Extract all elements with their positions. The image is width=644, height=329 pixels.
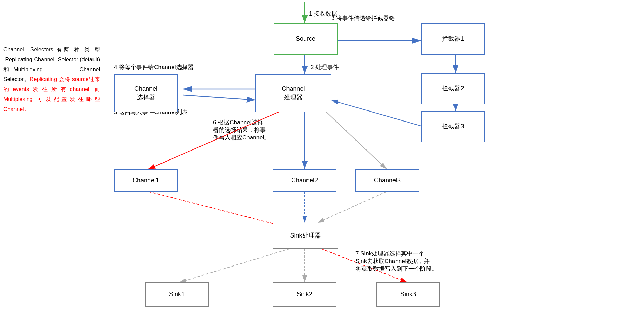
svg-text:件写入相应Channel。: 件写入相应Channel。 (213, 134, 270, 141)
sink3-box: Sink3 (376, 282, 440, 307)
sink-processor-box: Sink处理器 (273, 223, 338, 249)
channel-processor-box: Channel处理器 (255, 74, 331, 112)
label-2: 2 处理事件 (311, 64, 339, 70)
label-1: 1 接收数据 (309, 10, 337, 17)
interceptor1-box: 拦截器1 (421, 23, 485, 55)
sidebar-text: Channel Selectors 有两 种 类 型 :Replicating … (3, 45, 100, 115)
svg-line-20 (148, 192, 290, 228)
source-box: Source (274, 23, 338, 55)
svg-line-17 (148, 107, 290, 169)
label-7a: 7 Sink处理器选择其中一个 (355, 250, 425, 257)
svg-line-19 (321, 107, 387, 169)
channel1-box: Channel1 (114, 169, 178, 192)
svg-line-24 (179, 249, 290, 282)
label-7c: 将获取数据写入到下一个阶段。 (355, 265, 438, 272)
svg-line-25 (321, 249, 407, 282)
svg-line-22 (318, 192, 387, 223)
label-3: 3 将事件传递给拦截器链 (331, 15, 395, 21)
svg-line-13 (183, 95, 255, 100)
sink2-box: Sink2 (273, 282, 336, 307)
channel-selector-box: Channel选择器 (114, 74, 178, 112)
channel2-box: Channel2 (273, 169, 336, 192)
sink1-box: Sink1 (145, 282, 209, 307)
svg-line-14 (331, 100, 421, 126)
label-6: 6 根据Channel选择 (213, 119, 263, 126)
channel3-box: Channel3 (355, 169, 419, 192)
interceptor3-box: 拦截器3 (421, 111, 485, 142)
interceptor2-box: 拦截器2 (421, 73, 485, 104)
svg-text:器的选择结果，将事: 器的选择结果，将事 (213, 127, 266, 133)
label-7b: Sink去获取Channel数据，并 (355, 258, 430, 264)
label-4: 4 将每个事件给Channel选择器 (114, 64, 194, 70)
